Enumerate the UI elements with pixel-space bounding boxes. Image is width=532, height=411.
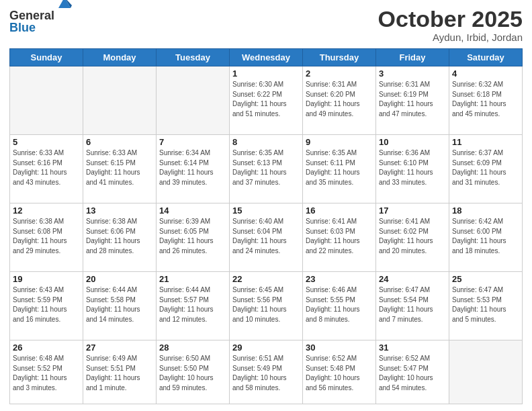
calendar-cell: 1Sunrise: 6:30 AM Sunset: 6:22 PM Daylig… bbox=[230, 66, 303, 135]
logo-blue-text: Blue bbox=[9, 21, 54, 34]
calendar-table: Sunday Monday Tuesday Wednesday Thursday… bbox=[9, 48, 523, 404]
day-number: 26 bbox=[13, 342, 80, 353]
calendar-cell: 25Sunrise: 6:47 AM Sunset: 5:53 PM Dayli… bbox=[449, 272, 523, 340]
day-info: Sunrise: 6:37 AM Sunset: 6:09 PM Dayligh… bbox=[452, 148, 519, 187]
day-number: 20 bbox=[86, 274, 153, 284]
calendar-cell: 18Sunrise: 6:42 AM Sunset: 6:00 PM Dayli… bbox=[449, 203, 523, 272]
calendar-cell: 23Sunrise: 6:46 AM Sunset: 5:55 PM Dayli… bbox=[303, 272, 376, 340]
calendar-cell: 2Sunrise: 6:31 AM Sunset: 6:20 PM Daylig… bbox=[303, 66, 376, 135]
day-info: Sunrise: 6:36 AM Sunset: 6:10 PM Dayligh… bbox=[379, 148, 446, 187]
header: General Blue October 2025 Aydun, Irbid, … bbox=[9, 7, 523, 43]
day-info: Sunrise: 6:47 AM Sunset: 5:54 PM Dayligh… bbox=[379, 285, 446, 324]
day-info: Sunrise: 6:46 AM Sunset: 5:55 PM Dayligh… bbox=[306, 285, 373, 324]
day-number: 27 bbox=[86, 342, 153, 353]
calendar-cell: 20Sunrise: 6:44 AM Sunset: 5:58 PM Dayli… bbox=[83, 272, 157, 340]
calendar-cell: 21Sunrise: 6:44 AM Sunset: 5:57 PM Dayli… bbox=[157, 272, 230, 340]
title-block: October 2025 Aydun, Irbid, Jordan bbox=[378, 7, 523, 43]
day-number: 2 bbox=[306, 68, 373, 79]
day-number: 29 bbox=[232, 342, 300, 353]
calendar-cell: 5Sunrise: 6:33 AM Sunset: 6:16 PM Daylig… bbox=[10, 135, 83, 203]
day-info: Sunrise: 6:33 AM Sunset: 6:15 PM Dayligh… bbox=[86, 148, 153, 187]
day-number: 3 bbox=[379, 68, 446, 79]
calendar-cell: 22Sunrise: 6:45 AM Sunset: 5:56 PM Dayli… bbox=[230, 272, 303, 340]
calendar-cell: 9Sunrise: 6:35 AM Sunset: 6:11 PM Daylig… bbox=[303, 135, 376, 203]
day-info: Sunrise: 6:31 AM Sunset: 6:20 PM Dayligh… bbox=[306, 80, 373, 119]
calendar-cell: 6Sunrise: 6:33 AM Sunset: 6:15 PM Daylig… bbox=[83, 135, 157, 203]
day-info: Sunrise: 6:50 AM Sunset: 5:50 PM Dayligh… bbox=[159, 354, 226, 393]
day-info: Sunrise: 6:42 AM Sunset: 6:00 PM Dayligh… bbox=[452, 217, 519, 256]
day-number: 17 bbox=[379, 205, 446, 216]
calendar-cell bbox=[449, 340, 523, 404]
day-info: Sunrise: 6:35 AM Sunset: 6:11 PM Dayligh… bbox=[306, 148, 373, 187]
day-info: Sunrise: 6:44 AM Sunset: 5:58 PM Dayligh… bbox=[86, 285, 153, 324]
day-info: Sunrise: 6:41 AM Sunset: 6:03 PM Dayligh… bbox=[306, 217, 373, 256]
calendar-cell: 15Sunrise: 6:40 AM Sunset: 6:04 PM Dayli… bbox=[230, 203, 303, 272]
day-number: 15 bbox=[232, 205, 300, 216]
day-info: Sunrise: 6:48 AM Sunset: 5:52 PM Dayligh… bbox=[13, 354, 80, 393]
calendar-week-row: 12Sunrise: 6:38 AM Sunset: 6:08 PM Dayli… bbox=[10, 203, 523, 272]
day-info: Sunrise: 6:34 AM Sunset: 6:14 PM Dayligh… bbox=[159, 148, 226, 187]
day-number: 18 bbox=[452, 205, 519, 216]
day-number: 22 bbox=[232, 274, 300, 284]
location-title: Aydun, Irbid, Jordan bbox=[378, 32, 523, 43]
calendar-cell bbox=[10, 66, 83, 135]
calendar-week-row: 5Sunrise: 6:33 AM Sunset: 6:16 PM Daylig… bbox=[10, 135, 523, 203]
day-info: Sunrise: 6:45 AM Sunset: 5:56 PM Dayligh… bbox=[232, 285, 300, 324]
day-number: 14 bbox=[159, 205, 226, 216]
calendar-cell: 17Sunrise: 6:41 AM Sunset: 6:02 PM Dayli… bbox=[376, 203, 449, 272]
day-info: Sunrise: 6:47 AM Sunset: 5:53 PM Dayligh… bbox=[452, 285, 519, 324]
day-number: 7 bbox=[159, 137, 226, 147]
day-info: Sunrise: 6:51 AM Sunset: 5:49 PM Dayligh… bbox=[232, 354, 300, 393]
calendar-cell: 24Sunrise: 6:47 AM Sunset: 5:54 PM Dayli… bbox=[376, 272, 449, 340]
day-info: Sunrise: 6:31 AM Sunset: 6:19 PM Dayligh… bbox=[379, 80, 446, 119]
day-number: 21 bbox=[159, 274, 226, 284]
day-number: 23 bbox=[306, 274, 373, 284]
calendar-cell: 8Sunrise: 6:35 AM Sunset: 6:13 PM Daylig… bbox=[230, 135, 303, 203]
day-number: 19 bbox=[13, 274, 80, 284]
day-info: Sunrise: 6:38 AM Sunset: 6:08 PM Dayligh… bbox=[13, 217, 80, 256]
calendar-cell: 26Sunrise: 6:48 AM Sunset: 5:52 PM Dayli… bbox=[10, 340, 83, 404]
day-info: Sunrise: 6:40 AM Sunset: 6:04 PM Dayligh… bbox=[232, 217, 300, 256]
day-number: 28 bbox=[159, 342, 226, 353]
day-info: Sunrise: 6:52 AM Sunset: 5:47 PM Dayligh… bbox=[379, 354, 446, 393]
day-info: Sunrise: 6:38 AM Sunset: 6:06 PM Dayligh… bbox=[86, 217, 153, 256]
calendar-cell: 27Sunrise: 6:49 AM Sunset: 5:51 PM Dayli… bbox=[83, 340, 157, 404]
month-title: October 2025 bbox=[378, 7, 523, 32]
col-tuesday: Tuesday bbox=[157, 49, 230, 66]
day-number: 25 bbox=[452, 274, 519, 284]
calendar-cell: 13Sunrise: 6:38 AM Sunset: 6:06 PM Dayli… bbox=[83, 203, 157, 272]
day-number: 8 bbox=[232, 137, 300, 147]
col-sunday: Sunday bbox=[10, 49, 83, 66]
calendar-cell: 10Sunrise: 6:36 AM Sunset: 6:10 PM Dayli… bbox=[376, 135, 449, 203]
logo: General Blue bbox=[9, 9, 54, 34]
day-number: 9 bbox=[306, 137, 373, 147]
col-monday: Monday bbox=[83, 49, 157, 66]
day-number: 13 bbox=[86, 205, 153, 216]
day-number: 1 bbox=[232, 68, 300, 79]
calendar-cell: 7Sunrise: 6:34 AM Sunset: 6:14 PM Daylig… bbox=[157, 135, 230, 203]
calendar-cell bbox=[157, 66, 230, 135]
calendar-cell: 11Sunrise: 6:37 AM Sunset: 6:09 PM Dayli… bbox=[449, 135, 523, 203]
day-info: Sunrise: 6:43 AM Sunset: 5:59 PM Dayligh… bbox=[13, 285, 80, 324]
day-number: 10 bbox=[379, 137, 446, 147]
calendar-cell: 31Sunrise: 6:52 AM Sunset: 5:47 PM Dayli… bbox=[376, 340, 449, 404]
calendar-week-row: 19Sunrise: 6:43 AM Sunset: 5:59 PM Dayli… bbox=[10, 272, 523, 340]
calendar-cell: 16Sunrise: 6:41 AM Sunset: 6:03 PM Dayli… bbox=[303, 203, 376, 272]
logo-icon bbox=[57, 0, 72, 11]
day-info: Sunrise: 6:49 AM Sunset: 5:51 PM Dayligh… bbox=[86, 354, 153, 393]
day-number: 12 bbox=[13, 205, 80, 216]
calendar-cell: 28Sunrise: 6:50 AM Sunset: 5:50 PM Dayli… bbox=[157, 340, 230, 404]
col-friday: Friday bbox=[376, 49, 449, 66]
calendar-week-row: 1Sunrise: 6:30 AM Sunset: 6:22 PM Daylig… bbox=[10, 66, 523, 135]
calendar-cell: 3Sunrise: 6:31 AM Sunset: 6:19 PM Daylig… bbox=[376, 66, 449, 135]
calendar-cell: 30Sunrise: 6:52 AM Sunset: 5:48 PM Dayli… bbox=[303, 340, 376, 404]
calendar-header-row: Sunday Monday Tuesday Wednesday Thursday… bbox=[10, 49, 523, 66]
calendar-cell: 14Sunrise: 6:39 AM Sunset: 6:05 PM Dayli… bbox=[157, 203, 230, 272]
day-number: 30 bbox=[306, 342, 373, 353]
day-number: 16 bbox=[306, 205, 373, 216]
day-number: 6 bbox=[86, 137, 153, 147]
day-info: Sunrise: 6:41 AM Sunset: 6:02 PM Dayligh… bbox=[379, 217, 446, 256]
day-number: 11 bbox=[452, 137, 519, 147]
day-info: Sunrise: 6:44 AM Sunset: 5:57 PM Dayligh… bbox=[159, 285, 226, 324]
day-info: Sunrise: 6:52 AM Sunset: 5:48 PM Dayligh… bbox=[306, 354, 373, 393]
